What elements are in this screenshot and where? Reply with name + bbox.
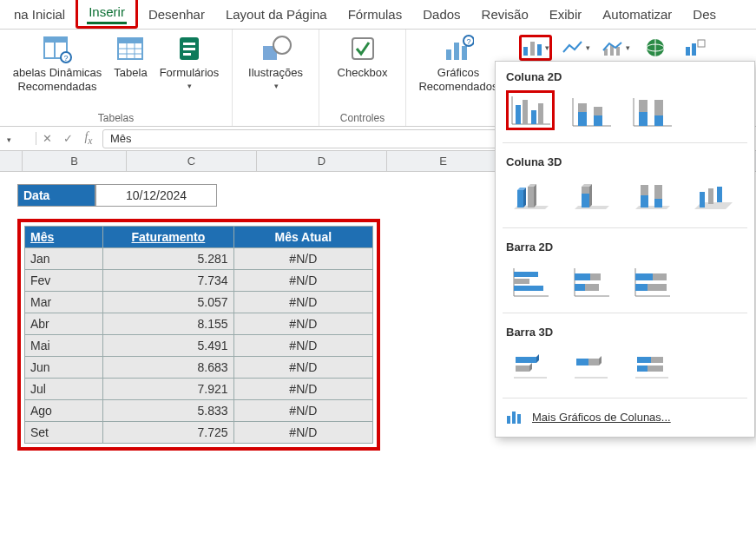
- header-atual[interactable]: Mês Atual: [233, 227, 372, 248]
- data-label-cell[interactable]: Data: [17, 184, 95, 207]
- cell-fat[interactable]: 8.683: [103, 357, 233, 379]
- table-row[interactable]: Jan5.281#N/D: [25, 248, 373, 270]
- combo-chart-icon: [602, 38, 624, 57]
- clustered-column-2d[interactable]: [506, 90, 555, 130]
- cell-fat[interactable]: 8.155: [103, 313, 233, 335]
- table-row[interactable]: Jun8.683#N/D: [25, 357, 373, 379]
- cell-mes[interactable]: Jan: [25, 248, 103, 270]
- cell-fat[interactable]: 7.725: [103, 422, 233, 444]
- cell-atual[interactable]: #N/D: [233, 357, 372, 379]
- svg-rect-72: [708, 188, 713, 204]
- svg-rect-14: [183, 53, 191, 56]
- name-box[interactable]: ▾: [0, 132, 36, 145]
- cell-atual[interactable]: #N/D: [233, 248, 372, 270]
- tab-layout[interactable]: Layout da Página: [215, 2, 338, 29]
- svg-rect-97: [588, 359, 599, 365]
- table-row[interactable]: Set7.725#N/D: [25, 422, 373, 444]
- stacked-column-2d[interactable]: [567, 90, 615, 130]
- table-button[interactable]: Tabela: [114, 33, 147, 80]
- table-row[interactable]: Fev7.734#N/D: [25, 270, 373, 292]
- table-row[interactable]: Jul7.921#N/D: [25, 379, 373, 400]
- cell-fat[interactable]: 5.833: [103, 400, 233, 422]
- cell-atual[interactable]: #N/D: [233, 292, 372, 313]
- column-3d[interactable]: [688, 175, 737, 215]
- cell-mes[interactable]: Mai: [25, 335, 103, 357]
- svg-marker-60: [575, 206, 609, 209]
- col-header[interactable]: C: [127, 151, 257, 171]
- table-row[interactable]: Ago5.833#N/D: [25, 400, 373, 422]
- cell-mes[interactable]: Ago: [25, 400, 103, 422]
- pivot-tables-button[interactable]: ? abelas Dinâmicas Recomendadas: [13, 33, 102, 93]
- svg-rect-1: [44, 37, 67, 43]
- recommended-charts-button[interactable]: ? Gráficos Recomendados: [418, 33, 497, 93]
- cell-mes[interactable]: Jun: [25, 357, 103, 379]
- header-mes[interactable]: Mês: [25, 227, 103, 248]
- pivot-chart-button[interactable]: [679, 35, 712, 61]
- tab-formulas[interactable]: Fórmulas: [338, 2, 413, 29]
- tab-automate[interactable]: Automatizar: [592, 2, 682, 29]
- cell-atual[interactable]: #N/D: [233, 270, 372, 292]
- col-header[interactable]: D: [257, 151, 387, 171]
- stacked-bar-2d[interactable]: [567, 260, 615, 300]
- stacked-bar-3d[interactable]: [567, 346, 615, 385]
- tab-review[interactable]: Revisão: [471, 2, 539, 29]
- clustered-bar-2d[interactable]: [506, 260, 555, 300]
- svg-rect-81: [575, 273, 590, 280]
- svg-rect-32: [686, 47, 690, 56]
- cell-atual[interactable]: #N/D: [233, 313, 372, 335]
- tab-home[interactable]: na Inicial: [3, 2, 76, 29]
- column-chart-button[interactable]: ▾: [519, 35, 552, 61]
- more-column-charts[interactable]: Mais Gráficos de Colunas...: [496, 402, 754, 431]
- accept-formula-button[interactable]: ✓: [57, 132, 78, 146]
- cell-mes[interactable]: Jul: [25, 379, 103, 400]
- checkbox-button[interactable]: Checkbox: [338, 33, 388, 80]
- col-header[interactable]: B: [23, 151, 127, 171]
- cell-atual[interactable]: #N/D: [233, 422, 372, 444]
- clustered-bar-3d[interactable]: [506, 346, 555, 385]
- clustered-column-3d[interactable]: [506, 175, 555, 215]
- ribbon-tabs: na Inicial Inserir Desenhar Layout da Pá…: [0, 0, 756, 30]
- cancel-formula-button[interactable]: ✕: [36, 132, 57, 146]
- cell-atual[interactable]: #N/D: [233, 379, 372, 400]
- table-row[interactable]: Mai5.491#N/D: [25, 335, 373, 357]
- svg-marker-98: [599, 356, 602, 365]
- insert-function-button[interactable]: fx: [78, 130, 99, 147]
- combo-chart-button[interactable]: ▾: [599, 35, 632, 61]
- stacked-bar-100-2d[interactable]: [628, 260, 676, 300]
- svg-rect-12: [183, 43, 195, 45]
- stacked-bar-100-3d[interactable]: [628, 346, 676, 385]
- data-value-cell[interactable]: 10/12/2024: [95, 184, 217, 207]
- svg-rect-23: [523, 47, 528, 56]
- forms-button[interactable]: Formulários ▾: [160, 33, 220, 90]
- cell-fat[interactable]: 7.734: [103, 270, 233, 292]
- cell-atual[interactable]: #N/D: [233, 335, 372, 357]
- col-header[interactable]: E: [387, 151, 500, 171]
- column-chart-icon: [522, 38, 543, 57]
- svg-rect-62: [582, 187, 589, 194]
- tab-insert[interactable]: Inserir: [76, 0, 138, 29]
- cell-mes[interactable]: Mar: [25, 292, 103, 313]
- cell-fat[interactable]: 5.057: [103, 292, 233, 313]
- cell-fat[interactable]: 7.921: [103, 379, 233, 400]
- cell-fat[interactable]: 5.491: [103, 335, 233, 357]
- stacked-column-100-2d[interactable]: [628, 90, 676, 130]
- cell-mes[interactable]: Abr: [25, 313, 103, 335]
- tab-draw[interactable]: Desenhar: [138, 2, 215, 29]
- cell-fat[interactable]: 5.281: [103, 248, 233, 270]
- cell-mes[interactable]: Set: [25, 422, 103, 444]
- stacked-column-3d[interactable]: [567, 175, 615, 215]
- table-row[interactable]: Mar5.057#N/D: [25, 292, 373, 313]
- illustrations-button[interactable]: Ilustrações ▾: [248, 33, 303, 90]
- tab-data[interactable]: Dados: [412, 2, 470, 29]
- line-chart-button[interactable]: ▾: [559, 35, 592, 61]
- cell-atual[interactable]: #N/D: [233, 400, 372, 422]
- stacked-column-100-3d[interactable]: [628, 175, 676, 215]
- table-row[interactable]: Abr8.155#N/D: [25, 313, 373, 335]
- tab-view[interactable]: Exibir: [539, 2, 593, 29]
- svg-rect-52: [654, 100, 663, 115]
- tab-developer[interactable]: Des: [682, 2, 726, 29]
- header-fat[interactable]: Faturamento: [103, 227, 233, 248]
- svg-rect-19: [454, 43, 459, 60]
- cell-mes[interactable]: Fev: [25, 270, 103, 292]
- maps-button[interactable]: [639, 35, 672, 61]
